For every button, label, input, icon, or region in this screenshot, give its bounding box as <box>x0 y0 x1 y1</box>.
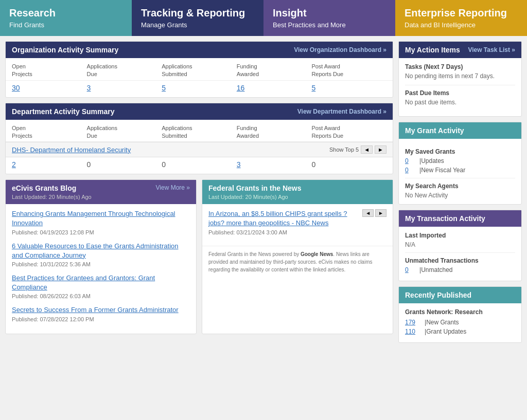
blog-item-link-2[interactable]: Best Practices for Grantees and Grantors… <box>12 274 155 291</box>
published-header: Recently Published <box>399 287 521 303</box>
org-col-label-3: FundingAwarded <box>237 63 259 77</box>
blog-header: eCivis Grants Blog Last Updated: 20 Minu… <box>6 180 196 204</box>
tasks-text: No pending items in next 7 days. <box>405 72 515 80</box>
dept-next-btn[interactable]: ► <box>375 145 387 154</box>
org-summary-cols: OpenProjects ApplicationsDue Application… <box>6 58 393 81</box>
news-card: Federal Grants in the News Last Updated:… <box>202 179 393 334</box>
dept-val-0: 2 <box>12 160 87 169</box>
news-prev-btn[interactable]: ◄ <box>362 209 374 217</box>
blog-last-updated: Last Updated: 20 Minute(s) Ago <box>12 194 92 200</box>
news-item-link-0[interactable]: In Arizona, an $8.5 billion CHIPS grant … <box>208 210 347 227</box>
dept-col-label-3: FundingAwarded <box>237 125 259 139</box>
org-col-0: OpenProjects <box>12 62 87 78</box>
org-summary-values: 30 3 5 16 5 <box>6 81 393 97</box>
dept-val-4: 0 <box>311 160 387 169</box>
action-items-title: My Action Items <box>405 46 460 54</box>
published-title: Recently Published <box>405 291 471 299</box>
nav-insight-sub: Best Practices and More <box>273 21 386 29</box>
org-val-4: 5 <box>311 84 387 92</box>
dept-row: DHS- Department of Homeland Security Sho… <box>6 142 393 157</box>
org-dashboard-link[interactable]: View Organization Dashboard » <box>294 46 387 53</box>
published-new-grants-val[interactable]: 179 <box>405 319 420 326</box>
dept-col-0: OpenProjects <box>12 124 87 140</box>
org-col-2: ApplicationsSubmitted <box>162 62 237 78</box>
unmatched-val[interactable]: 0 <box>405 266 415 273</box>
blog-item-date-0: Published: 04/19/2023 12:08 PM <box>12 229 190 235</box>
news-title: Federal Grants in the News <box>208 184 387 192</box>
news-nav-arrows: ◄ ► <box>362 209 387 217</box>
org-val-3: 16 <box>237 84 312 92</box>
news-footer: Federal Grants in the News powered by Go… <box>202 246 393 278</box>
nav-enterprise-title: Enterprise Reporting <box>405 7 518 19</box>
blog-item-link-3[interactable]: Secrets to Success From a Former Grants … <box>12 306 179 314</box>
dept-name-link[interactable]: DHS- Department of Homeland Security <box>12 146 329 154</box>
news-body: In Arizona, an $8.5 billion CHIPS grant … <box>202 204 393 245</box>
published-card: Recently Published Grants Network: Resea… <box>398 286 522 343</box>
saved-fy-row: 0 | New Fiscal Year <box>405 167 515 174</box>
action-divider <box>405 85 515 85</box>
saved-updates-row: 0 | Updates <box>405 157 515 165</box>
dept-dashboard-link[interactable]: View Department Dashboard » <box>297 108 387 115</box>
saved-fy-val[interactable]: 0 <box>405 167 415 174</box>
nav-research-title: Research <box>9 7 122 19</box>
dept-col-2: ApplicationsSubmitted <box>162 124 237 140</box>
unmatched-label: Unmatched Transactions <box>405 257 515 264</box>
nav-research[interactable]: Research Find Grants <box>0 0 132 36</box>
dept-summary-title: Department Activity Summary <box>12 107 114 116</box>
main-content: Organization Activity Summary View Organ… <box>0 36 527 348</box>
dept-val-1: 0 <box>87 160 162 169</box>
blog-item-date-2: Published: 08/26/2022 6:03 AM <box>12 293 190 299</box>
dept-col-label-4: Post AwardReports Due <box>311 125 343 139</box>
blog-title: eCivis Grants Blog <box>12 184 92 192</box>
nav-insight[interactable]: Insight Best Practices and More <box>264 0 395 36</box>
search-agents-text: No New Activity <box>405 192 515 199</box>
dept-col-label-2: ApplicationsSubmitted <box>162 125 192 139</box>
past-due-section: Past Due Items No past due items. <box>405 89 515 106</box>
published-updates-row: 110 | Grant Updates <box>405 328 515 335</box>
news-last-updated: Last Updated: 20 Minute(s) Ago <box>208 194 387 200</box>
org-summary-title: Organization Activity Summary <box>12 46 118 54</box>
nav-insight-title: Insight <box>273 7 386 19</box>
dept-col-4: Post AwardReports Due <box>311 124 387 140</box>
transaction-title: My Transaction Activity <box>405 214 485 223</box>
task-list-link[interactable]: View Task List » <box>468 46 515 53</box>
imported-val: N/A <box>405 241 515 248</box>
dept-summary-cols: OpenProjects ApplicationsDue Application… <box>6 120 393 142</box>
search-agents-title: My Search Agents <box>405 182 515 190</box>
news-header: Federal Grants in the News Last Updated:… <box>202 180 393 204</box>
org-val-2: 5 <box>162 84 237 92</box>
org-col-label-4: Post AwardReports Due <box>311 63 343 77</box>
top-navigation: Research Find Grants Tracking & Reportin… <box>0 0 527 36</box>
dept-val-3: 3 <box>237 160 312 169</box>
org-col-label-2: ApplicationsSubmitted <box>162 63 192 77</box>
blog-header-info: eCivis Grants Blog Last Updated: 20 Minu… <box>12 184 92 200</box>
published-updates-val[interactable]: 110 <box>405 328 420 335</box>
nav-tracking[interactable]: Tracking & Reporting Manage Grants <box>132 0 264 36</box>
unmatched-row: 0 | Unmatched <box>405 266 515 273</box>
imported-label: Last Imported <box>405 232 515 239</box>
blog-view-more-link[interactable]: View More » <box>156 184 190 191</box>
org-col-1: ApplicationsDue <box>87 62 162 78</box>
transaction-header: My Transaction Activity <box>399 210 521 227</box>
action-items-body: Tasks (Next 7 Days) No pending items in … <box>399 58 521 116</box>
dept-summary-values: 2 0 0 3 0 <box>6 157 393 174</box>
nav-enterprise[interactable]: Enterprise Reporting Data and BI Intelli… <box>395 0 527 36</box>
grant-activity-title: My Grant Activity <box>405 126 464 135</box>
blog-item-link-0[interactable]: Enhancing Grants Management Through Tech… <box>12 210 175 227</box>
news-next-btn[interactable]: ► <box>375 209 387 217</box>
blog-item-3: Secrets to Success From a Former Grants … <box>12 305 190 322</box>
left-column: Organization Activity Summary View Organ… <box>5 41 393 343</box>
blog-item-0: Enhancing Grants Management Through Tech… <box>12 209 190 235</box>
transaction-body: Last Imported N/A Unmatched Transactions… <box>399 227 521 281</box>
action-items-header: My Action Items View Task List » <box>399 42 521 58</box>
saved-updates-val[interactable]: 0 <box>405 157 415 165</box>
right-column: My Action Items View Task List » Tasks (… <box>398 41 522 343</box>
dept-summary-header: Department Activity Summary View Departm… <box>6 103 393 120</box>
nav-enterprise-sub: Data and BI Intelligence <box>405 21 518 29</box>
blog-item-link-1[interactable]: 6 Valuable Resources to Ease the Grants … <box>12 242 179 259</box>
dept-show-top-label: Show Top 5 <box>329 147 359 153</box>
dept-prev-btn[interactable]: ◄ <box>361 145 373 154</box>
dept-col-1: ApplicationsDue <box>87 124 162 140</box>
org-val-0: 30 <box>12 84 87 92</box>
org-col-3: FundingAwarded <box>237 62 312 78</box>
